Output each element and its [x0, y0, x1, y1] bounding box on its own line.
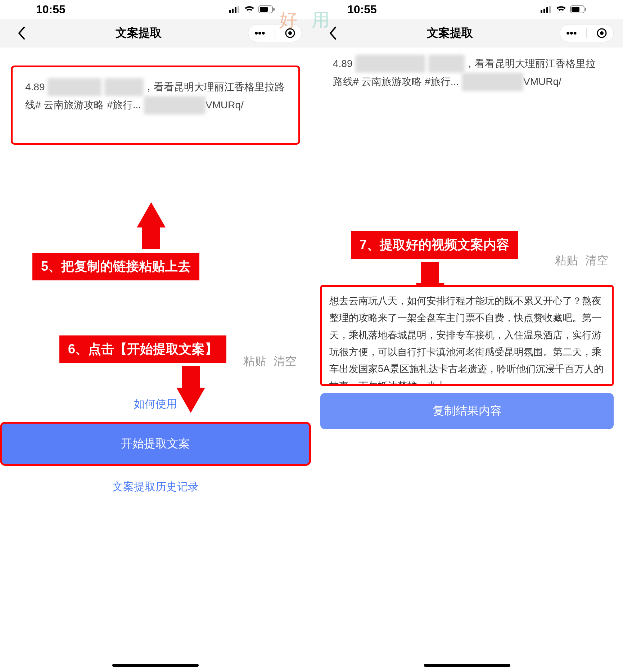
annotation-step-5: 5、把复制的链接粘贴上去 — [32, 253, 199, 280]
history-link[interactable]: 文案提取历史记录 — [0, 479, 311, 494]
phone-screen-left: 10:55 文案提取 ••• 4.89 ，看看昆明大理丽江香格里拉路线# 云南旅… — [0, 0, 311, 672]
status-icons — [229, 5, 275, 13]
svg-rect-0 — [229, 10, 231, 13]
target-icon[interactable] — [596, 28, 607, 39]
nav-bar: 文案提取 ••• — [311, 19, 623, 48]
svg-rect-5 — [260, 7, 268, 12]
signal-icon — [229, 6, 240, 13]
target-icon[interactable] — [285, 28, 295, 39]
battery-icon — [570, 5, 587, 13]
page-title: 文案提取 — [29, 25, 248, 41]
svg-rect-15 — [585, 8, 586, 11]
arrow-up-icon — [137, 202, 166, 227]
more-icon[interactable]: ••• — [254, 27, 265, 39]
chevron-left-icon — [18, 27, 26, 40]
nav-capsule: ••• — [560, 24, 614, 42]
svg-rect-10 — [543, 9, 545, 13]
wifi-icon — [556, 5, 566, 13]
svg-point-8 — [288, 31, 292, 35]
copy-result-button[interactable]: 复制结果内容 — [320, 393, 614, 429]
clear-button[interactable]: 清空 — [274, 353, 297, 369]
input-text-prefix: 4.89 — [25, 81, 48, 93]
content-area: 4.89 ，看看昆明大理丽江香格里拉路线# 云南旅游攻略 #旅行... VMUR… — [0, 48, 311, 155]
paste-button[interactable]: 粘贴 — [243, 353, 266, 369]
phone-screen-right: 10:55 文案提取 ••• 4.89 ，看看昆明大理丽江香格里拉路线# 云南旅… — [311, 0, 623, 672]
status-bar: 10:55 — [0, 0, 311, 19]
svg-rect-12 — [549, 6, 551, 13]
link-input-area[interactable]: 4.89 ，看看昆明大理丽江香格里拉路线# 云南旅游攻略 #旅行... VMUR… — [11, 66, 300, 145]
page-title: 文案提取 — [340, 25, 560, 41]
svg-rect-14 — [572, 7, 579, 12]
content-area: 4.89 ，看看昆明大理丽江香格里拉路线# 云南旅游攻略 #旅行... VMUR… — [311, 48, 623, 109]
blurred-text — [48, 78, 101, 96]
blurred-text — [462, 73, 523, 91]
battery-icon — [258, 5, 275, 13]
wifi-icon — [244, 5, 255, 13]
home-indicator[interactable] — [112, 664, 199, 667]
back-button[interactable] — [14, 26, 29, 40]
input-text-suffix: VMURq/ — [523, 76, 561, 87]
paste-button[interactable]: 粘贴 — [555, 253, 578, 269]
input-actions: 粘贴 清空 — [0, 353, 311, 369]
result-text-area[interactable]: 想去云南玩八天，如何安排行程才能玩的既不累又开心了？熬夜整理的攻略来了一架全盘车… — [320, 285, 614, 386]
more-icon[interactable]: ••• — [566, 27, 577, 39]
input-actions: 粘贴 清空 — [311, 253, 623, 269]
divider — [586, 28, 587, 38]
chevron-left-icon — [329, 27, 337, 40]
how-to-use-link[interactable]: 如何使用 — [0, 397, 311, 411]
svg-rect-11 — [546, 7, 548, 13]
link-input-area[interactable]: 4.89 ，看看昆明大理丽江香格里拉路线# 云南旅游攻略 #旅行... VMUR… — [322, 48, 612, 98]
svg-point-17 — [600, 31, 604, 35]
home-indicator[interactable] — [424, 664, 510, 667]
blurred-text — [144, 96, 206, 114]
blurred-text — [104, 78, 144, 96]
divider — [275, 28, 275, 38]
status-icons — [541, 5, 587, 13]
back-button[interactable] — [326, 26, 340, 40]
svg-rect-2 — [235, 7, 236, 13]
svg-rect-3 — [238, 6, 239, 13]
input-text-prefix: 4.89 — [333, 58, 355, 69]
svg-rect-1 — [232, 9, 234, 13]
blurred-text — [428, 55, 465, 73]
blurred-text — [355, 55, 425, 73]
svg-rect-6 — [273, 8, 275, 11]
input-text-suffix: VMURq/ — [206, 99, 244, 111]
clear-button[interactable]: 清空 — [585, 253, 608, 269]
status-time: 10:55 — [36, 3, 66, 16]
status-time: 10:55 — [347, 3, 377, 16]
svg-rect-9 — [541, 10, 542, 13]
nav-bar: 文案提取 ••• — [0, 19, 311, 48]
result-text: 想去云南玩八天，如何安排行程才能玩的既不累又开心了？熬夜整理的攻略来了一架全盘车… — [329, 296, 604, 386]
signal-icon — [541, 6, 552, 13]
nav-capsule: ••• — [248, 24, 302, 42]
status-bar: 10:55 — [311, 0, 623, 19]
start-extract-button[interactable]: 开始提取文案 — [0, 422, 311, 466]
